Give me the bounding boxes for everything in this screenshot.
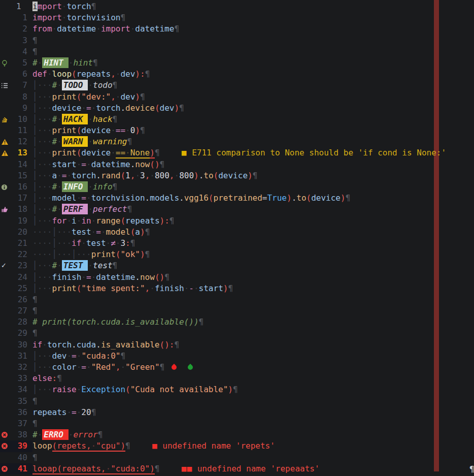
code-line[interactable]: 26¶ bbox=[0, 294, 474, 305]
code-line[interactable]: 33else:¶ bbox=[0, 373, 474, 384]
code-line[interactable]: 1import·torch¶ bbox=[0, 1, 474, 12]
code-token: · bbox=[106, 238, 111, 248]
code-token: ) bbox=[174, 103, 179, 113]
code-line[interactable]: 17│···model·=·torchvision.models.vgg16(p… bbox=[0, 193, 474, 204]
code-token: ··· bbox=[38, 216, 52, 226]
code-token: 800 bbox=[179, 171, 194, 180]
code-line[interactable]: 14│···start·=·datetime.now()¶ bbox=[0, 159, 474, 170]
code-line[interactable]: 1import·torchvision¶ bbox=[0, 12, 474, 23]
pilcrow-eol-marker: ¶ bbox=[127, 137, 132, 146]
code-token: . bbox=[145, 193, 150, 203]
code-text: def·loop(repeats,·dev):¶ bbox=[32, 69, 150, 80]
code-line[interactable]: 25│···print("time spent:",·finish·-·star… bbox=[0, 283, 474, 294]
code-token: │ bbox=[32, 182, 38, 192]
code-line[interactable]: 22····│···│···print("ok")¶ bbox=[0, 249, 474, 260]
line-number: 27 bbox=[10, 305, 32, 316]
code-line[interactable]: 15│···a·=·torch.rand(1,·3,·800,·800).to(… bbox=[0, 170, 474, 181]
code-line[interactable]: 10│···#·HACK·hack¶ bbox=[0, 114, 474, 125]
gutter: 1 bbox=[0, 12, 32, 23]
code-line[interactable]: 7│···#·TODO·todo¶ bbox=[0, 80, 474, 91]
error-icon bbox=[0, 465, 10, 472]
code-line[interactable]: 11│···print(device·==·0)¶ bbox=[0, 125, 474, 136]
code-token: a bbox=[52, 171, 57, 180]
pilcrow-eol-marker: ¶ bbox=[140, 92, 145, 102]
line-number: 1 bbox=[10, 1, 32, 12]
gutter: 33 bbox=[0, 373, 32, 384]
code-token: i bbox=[32, 2, 38, 11]
code-token: · bbox=[57, 204, 62, 214]
code-token: = bbox=[72, 351, 77, 361]
code-token: · bbox=[66, 216, 72, 226]
code-line[interactable]: 32│···color·=·"Red",·"Green"¶ bbox=[0, 362, 474, 373]
gutter: 39 bbox=[0, 440, 32, 452]
code-token: torchvision bbox=[91, 193, 145, 203]
code-line[interactable]: 9│···device·=·torch.device(dev)¶ bbox=[0, 103, 474, 114]
code-text: │···#·TODO·todo¶ bbox=[32, 80, 117, 91]
error-icon bbox=[0, 431, 10, 438]
code-line[interactable]: 35¶ bbox=[0, 396, 474, 407]
code-token: , bbox=[145, 283, 150, 293]
code-line[interactable]: 19│···for·i·in·range(repeats):¶ bbox=[0, 215, 474, 227]
code-token: True bbox=[267, 193, 287, 203]
code-token: · bbox=[38, 58, 43, 68]
code-token: ( bbox=[116, 249, 121, 259]
code-token: else bbox=[32, 373, 52, 383]
code-text: #·HINT·hint¶ bbox=[32, 57, 98, 69]
code-token: a bbox=[135, 227, 140, 237]
code-line[interactable]: 34│···raise·Exception("Cuda not availabl… bbox=[0, 384, 474, 395]
code-line[interactable]: 31│···dev·=·"cuda:0"¶ bbox=[0, 351, 474, 362]
code-text: │···#·TEST·test¶ bbox=[32, 260, 117, 271]
diagnostic-severity-icon: ■ bbox=[152, 441, 158, 451]
code-line[interactable]: 2from·datetime·import·datetime¶ bbox=[0, 23, 474, 35]
code-token: │ bbox=[32, 125, 38, 135]
code-token: . bbox=[292, 193, 297, 203]
code-token: = bbox=[96, 227, 101, 237]
code-line[interactable]: 38#·ERRO·error¶ bbox=[0, 429, 474, 440]
code-line[interactable]: 36repeats·=·20¶ bbox=[0, 407, 474, 418]
code-line[interactable]: 21····│···if·test·≠·3:¶ bbox=[0, 238, 474, 249]
pilcrow-eol-marker: ¶ bbox=[160, 160, 165, 169]
code-line[interactable]: 41looap(repeaats,·"cuda:0")¶■■ undefined… bbox=[0, 463, 474, 474]
pilcrow-eol-marker: ¶ bbox=[113, 114, 118, 124]
code-token: ··· bbox=[38, 193, 52, 203]
code-token: · bbox=[88, 80, 93, 90]
code-line[interactable]: 30if·torch.cuda.is_available():¶ bbox=[0, 339, 474, 351]
code-line[interactable]: 3¶ bbox=[0, 35, 474, 46]
code-line[interactable]: 12│···#·WARN·warning¶ bbox=[0, 136, 474, 147]
code-token: datetime bbox=[96, 272, 135, 282]
code-line[interactable]: 37¶ bbox=[0, 418, 474, 429]
code-text: │···a·=·torch.rand(1,·3,·800,·800).to(de… bbox=[32, 170, 257, 181]
code-token: · bbox=[81, 272, 86, 282]
code-token: "cpu") bbox=[96, 441, 125, 452]
code-text: │···print("dev:",·dev)¶ bbox=[32, 91, 145, 103]
code-line[interactable]: 18│···#·PERF·perfect¶ bbox=[0, 204, 474, 215]
code-line[interactable]: 20····│···test·=·model(a)¶ bbox=[0, 227, 474, 238]
pilcrow-eol-marker: ¶ bbox=[174, 24, 179, 34]
code-line[interactable]: 40¶ bbox=[0, 452, 474, 463]
code-line[interactable]: 13│···print(device·==·None)¶■ E711 compa… bbox=[0, 147, 474, 158]
code-line[interactable]: 6def·loop(repeats,·dev):¶ bbox=[0, 69, 474, 80]
code-line[interactable]: 27¶ bbox=[0, 305, 474, 316]
code-text: │···#·INFO·info¶ bbox=[32, 181, 117, 193]
code-line[interactable]: 28# print(torch.cuda.is_available())¶ bbox=[0, 316, 474, 328]
code-token: │ bbox=[32, 114, 38, 124]
code-token: · bbox=[86, 193, 91, 203]
line-number: 4 bbox=[10, 46, 32, 57]
code-line[interactable]: 29¶ bbox=[0, 328, 474, 339]
code-line[interactable]: 24│···finish·=·datetime.now()¶ bbox=[0, 272, 474, 283]
code-line[interactable]: 16│···#·INFO·info¶ bbox=[0, 181, 474, 193]
pilcrow-eol-marker: ¶ bbox=[199, 317, 204, 327]
code-line[interactable]: ✓23│···#·TEST·test¶ bbox=[0, 260, 474, 271]
code-line[interactable]: 39loop(repets,·"cpu")¶■ undefined name '… bbox=[0, 440, 474, 452]
code-line[interactable]: 5#·HINT·hint¶ bbox=[0, 57, 474, 69]
code-token: for bbox=[52, 216, 67, 226]
code-token: repeats bbox=[125, 216, 159, 226]
code-line[interactable]: 4¶ bbox=[0, 46, 474, 57]
code-token: ) bbox=[160, 272, 165, 282]
code-editor[interactable]: 1import·torch¶1import·torchvision¶2from·… bbox=[0, 0, 474, 476]
pilcrow-eol-marker: ¶ bbox=[145, 249, 150, 259]
code-line[interactable]: 8│···print("dev:",·dev)¶ bbox=[0, 91, 474, 103]
code-token: · bbox=[66, 351, 72, 361]
code-token: . bbox=[179, 193, 184, 203]
gutter: 2 bbox=[0, 23, 32, 35]
